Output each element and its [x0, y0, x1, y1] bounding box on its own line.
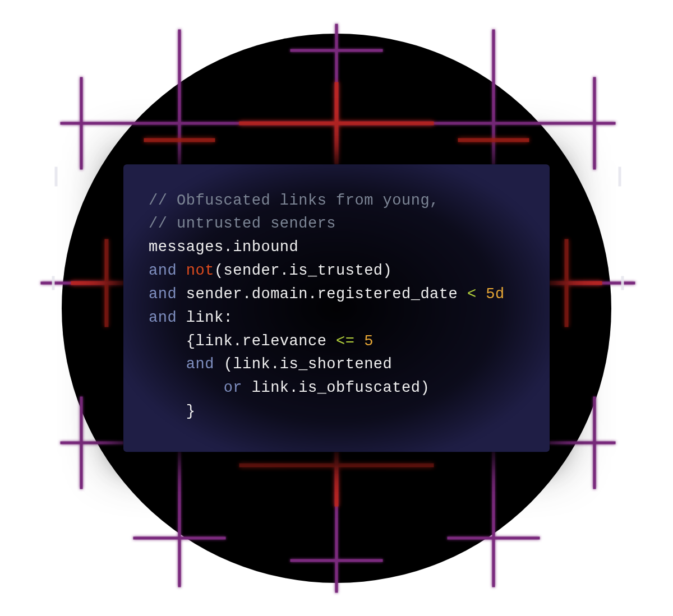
code-panel: // Obfuscated links from young, // untru…	[123, 164, 550, 452]
code-number: 5d	[486, 286, 504, 303]
code-identifier: link.is_obfuscated)	[252, 380, 430, 397]
code-keyword: or	[224, 380, 242, 397]
code-identifier: messages.inbound	[149, 239, 298, 256]
code-operator: <	[467, 286, 477, 303]
code-comment: // untrusted senders	[149, 216, 336, 233]
code-block: // Obfuscated links from young, // untru…	[149, 189, 524, 424]
code-comment: // Obfuscated links from young,	[149, 192, 439, 209]
code-identifier: (sender.is_trusted)	[214, 262, 392, 279]
code-keyword: and	[149, 262, 177, 279]
code-keyword: and	[149, 309, 177, 326]
code-operator: <=	[336, 333, 354, 350]
code-keyword: not	[186, 262, 214, 279]
code-identifier: sender.domain.registered_date	[186, 286, 458, 303]
code-identifier: link:	[186, 309, 233, 326]
code-punct: {	[186, 333, 196, 350]
code-number: 5	[364, 333, 374, 350]
code-identifier: link.relevance	[196, 333, 327, 350]
code-keyword: and	[149, 286, 177, 303]
code-punct: }	[186, 403, 196, 420]
code-keyword: and	[186, 356, 214, 373]
code-identifier: (link.is_shortened	[224, 356, 393, 373]
